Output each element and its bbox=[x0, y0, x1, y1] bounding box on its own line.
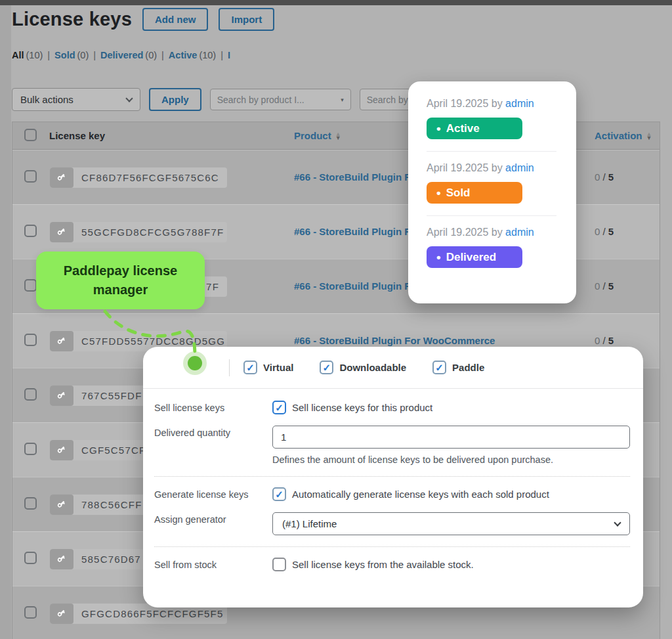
checkbox-text: Automatically generate license keys with… bbox=[292, 489, 549, 500]
license-key-header: License key bbox=[49, 130, 105, 141]
select-value: (#1) Lifetime bbox=[282, 518, 337, 529]
product-header-label: Product bbox=[294, 130, 331, 141]
apply-button[interactable]: Apply bbox=[149, 88, 201, 111]
activation-total: 5 bbox=[608, 335, 614, 346]
key-icon bbox=[50, 440, 74, 460]
row-checkbox[interactable] bbox=[24, 225, 37, 237]
admin-left-strip bbox=[0, 5, 11, 639]
key-icon bbox=[50, 331, 74, 351]
checkbox-label: Downloadable bbox=[339, 362, 406, 373]
filter-i[interactable]: I bbox=[228, 50, 232, 60]
row-checkbox[interactable] bbox=[24, 606, 37, 619]
status-divider bbox=[427, 215, 556, 216]
status-filters: All(10)|Sold(0)|Delivered(0)|Active(10)|… bbox=[12, 50, 232, 60]
toolbar: Bulk actions Apply Search by product I..… bbox=[12, 88, 458, 111]
row-checkbox[interactable] bbox=[24, 334, 37, 346]
activation-total: 5 bbox=[608, 171, 614, 183]
activation-total: 5 bbox=[608, 226, 614, 237]
dropdown-arrow-icon: ▾ bbox=[341, 97, 344, 103]
license-key-text: CF86D7F56FCGF5675C6C bbox=[74, 172, 227, 183]
status-entry: April 19.2025 by admin•Delivered bbox=[427, 227, 559, 268]
filter-separator: | bbox=[93, 50, 96, 60]
activation-sort-header[interactable]: Activation ▲▼ bbox=[595, 130, 660, 141]
field-label: Generate license keys bbox=[154, 487, 272, 501]
product-type-checkbox-paddle[interactable]: ✓Paddle bbox=[432, 361, 484, 374]
select-all-checkbox[interactable] bbox=[24, 129, 37, 141]
key-icon bbox=[50, 495, 74, 515]
admin-user-link[interactable]: admin bbox=[505, 98, 534, 109]
filter-delivered[interactable]: Delivered(0) bbox=[100, 50, 157, 60]
status-badge-label: Active bbox=[446, 122, 480, 135]
product-type-checkbox-virtual[interactable]: ✓Virtual bbox=[243, 361, 293, 374]
status-badge: •Active bbox=[427, 118, 522, 139]
field-help-text: Defines the amount of license keys to be… bbox=[272, 454, 630, 465]
status-badge: •Sold bbox=[427, 182, 522, 204]
delivered-quantity-input[interactable] bbox=[272, 426, 630, 449]
product-link[interactable]: #66 - StoreBuild Plugin For WooCommerce bbox=[294, 335, 495, 346]
by-text: by bbox=[492, 227, 503, 238]
filter-label: I bbox=[228, 50, 230, 60]
field-checkbox[interactable]: Sell license keys from the available sto… bbox=[272, 558, 630, 571]
pointer-dot bbox=[188, 356, 202, 370]
filter-all[interactable]: All(10) bbox=[12, 50, 43, 60]
product-type-checkbox-downloadable[interactable]: ✓Downloadable bbox=[320, 361, 406, 374]
filter-label: All bbox=[12, 50, 24, 60]
status-badge: •Delivered bbox=[427, 246, 522, 268]
vertical-divider bbox=[229, 359, 230, 376]
key-icon bbox=[50, 167, 74, 188]
checkbox-icon: ✓ bbox=[243, 361, 257, 374]
filter-sold[interactable]: Sold(0) bbox=[54, 50, 89, 60]
field-label: Sell license keys bbox=[154, 401, 272, 414]
field-checkbox[interactable]: ✓Sell license keys for this product bbox=[272, 401, 630, 414]
filter-count: (0) bbox=[77, 50, 89, 60]
license-key-text: GFGCD866F5FCFCFGF5F5 bbox=[74, 608, 227, 619]
row-checkbox[interactable] bbox=[24, 279, 37, 292]
bulk-actions-label: Bulk actions bbox=[20, 94, 74, 105]
license-key-text: 585C76D67 bbox=[74, 554, 149, 565]
filter-active[interactable]: Active(10) bbox=[169, 50, 216, 60]
field-checkbox[interactable]: ✓Automatically generate license keys wit… bbox=[272, 487, 630, 501]
form-row: Sell from stockSell license keys from th… bbox=[154, 558, 630, 571]
row-checkbox[interactable] bbox=[24, 552, 37, 564]
search-by-product-select[interactable]: Search by product I... ▾ bbox=[210, 89, 351, 110]
add-new-button[interactable]: Add new bbox=[142, 8, 209, 31]
checkbox-icon: ✓ bbox=[320, 361, 333, 374]
bulk-actions-select[interactable]: Bulk actions bbox=[12, 88, 140, 111]
license-key-text: 55GCFGD8CFCG5G788F7F bbox=[74, 227, 227, 238]
status-badge-label: Delivered bbox=[446, 251, 497, 264]
filter-label: Delivered bbox=[100, 50, 143, 60]
row-checkbox[interactable] bbox=[24, 388, 37, 401]
search-by-product-placeholder: Search by product I... bbox=[217, 95, 304, 105]
row-checkbox[interactable] bbox=[24, 170, 37, 183]
checkbox-text: Sell license keys for this product bbox=[292, 402, 432, 413]
admin-user-link[interactable]: admin bbox=[505, 162, 534, 173]
product-type-row: ✓Virtual✓Downloadable✓Paddle bbox=[143, 347, 643, 389]
key-icon bbox=[50, 549, 74, 569]
form-row: Assign generator(#1) Lifetime bbox=[154, 512, 630, 535]
filter-label: Active bbox=[169, 50, 198, 60]
assign-generator-select[interactable]: (#1) Lifetime bbox=[272, 512, 630, 535]
row-checkbox[interactable] bbox=[24, 443, 37, 455]
form-divider bbox=[154, 476, 630, 477]
status-badge-label: Sold bbox=[446, 187, 471, 200]
field-label: Sell from stock bbox=[154, 558, 272, 571]
field-control: Defines the amount of license keys to be… bbox=[272, 426, 630, 465]
date-text: April 19.2025 bbox=[427, 162, 488, 173]
status-date: April 19.2025 by admin bbox=[427, 227, 559, 238]
license-key-text: 788C56CFF bbox=[74, 499, 150, 510]
form-row: Delivered quantityDefines the amount of … bbox=[154, 426, 630, 465]
filter-count: (0) bbox=[145, 50, 157, 60]
by-text: by bbox=[492, 98, 503, 109]
key-icon bbox=[50, 604, 74, 624]
row-checkbox[interactable] bbox=[24, 497, 37, 510]
license-key-text: C57FDD55577DCC8GD5GG bbox=[74, 336, 227, 347]
admin-top-bar bbox=[0, 0, 672, 5]
status-history-card: April 19.2025 by admin•ActiveApril 19.20… bbox=[408, 81, 576, 303]
field-control: Sell license keys from the available sto… bbox=[272, 558, 630, 571]
chevron-down-icon bbox=[614, 519, 621, 526]
activation-header-label: Activation bbox=[595, 130, 642, 141]
admin-user-link[interactable]: admin bbox=[505, 227, 534, 238]
import-button[interactable]: Import bbox=[219, 8, 274, 31]
license-key-text: 767C55FDF bbox=[74, 390, 150, 401]
by-text: by bbox=[492, 162, 503, 173]
